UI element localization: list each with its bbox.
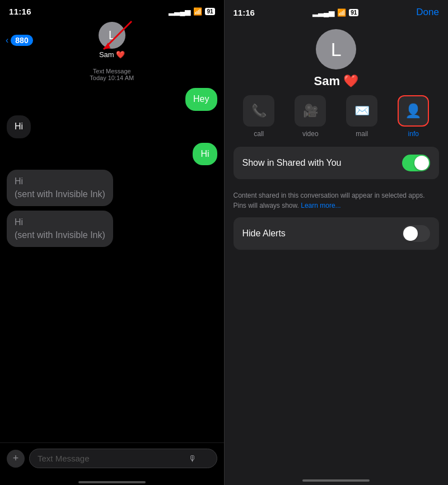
home-indicator-left — [0, 482, 224, 485]
message-row-invisible1: Hi(sent with Invisible Ink) — [7, 170, 217, 206]
back-button[interactable]: ‹ 880 — [6, 35, 33, 46]
hide-alerts-label: Hide Alerts — [242, 228, 286, 239]
mail-label: mail — [356, 130, 368, 138]
status-icons-left: ▂▃▄▅ 📶 91 — [169, 7, 214, 16]
call-icon-box: 📞 — [243, 95, 274, 127]
action-buttons-row: 📞 call 🎥 video ✉️ mail 👤 info — [225, 95, 449, 147]
video-label: video — [302, 130, 319, 138]
bubble-invisible2: Hi(sent with Invisible Ink) — [7, 211, 113, 247]
back-count[interactable]: 880 — [11, 35, 32, 46]
status-icons-right: ▂▃▄▅ 📶 91 — [312, 8, 358, 17]
nav-bar-left: ‹ 880 L Sam ❤️ — [0, 18, 224, 61]
video-icon-box: 🎥 — [295, 95, 326, 127]
home-bar-left — [78, 481, 146, 483]
signal-icon-right: ▂▃▄▅ — [312, 8, 334, 17]
home-indicator-right — [225, 479, 449, 482]
mail-icon: ✉️ — [354, 104, 370, 118]
timestamp-label: Text Message Today 10:14 AM — [7, 68, 217, 81]
left-panel: 11:16 ▂▃▄▅ 📶 91 ‹ 880 L Sam ❤️ — [0, 0, 224, 485]
avatar-small[interactable]: L — [99, 22, 125, 49]
message-row-hey: Hey — [7, 88, 217, 111]
bubble-invisible1: Hi(sent with Invisible Ink) — [7, 170, 113, 206]
info-icon-box: 👤 — [398, 95, 429, 127]
battery-badge-right: 91 — [349, 9, 358, 16]
call-button[interactable]: 📞 call — [236, 95, 281, 138]
battery-badge-left: 91 — [205, 8, 214, 15]
add-button[interactable]: + — [7, 450, 25, 468]
shared-with-you-label: Show in Shared with You — [242, 158, 342, 168]
hide-alerts-row: Hide Alerts — [234, 217, 440, 250]
mail-icon-box: ✉️ — [346, 95, 377, 127]
info-button[interactable]: 👤 info — [391, 95, 436, 138]
input-area: + Text Message 🎙 — [0, 442, 224, 482]
message-area: Text Message Today 10:14 AM Hey Hi Hi Hi… — [0, 61, 224, 442]
toggle-knob-alerts — [403, 226, 418, 241]
toggle-knob-shared — [414, 156, 429, 170]
right-panel: 11:16 ▂▃▄▅ 📶 91 Done L Sam ❤️ 📞 call 🎥 — [225, 0, 449, 485]
heart-emoji-small: ❤️ — [116, 50, 125, 59]
wifi-icon-right: 📶 — [337, 8, 346, 17]
settings-section-alerts: Hide Alerts — [234, 217, 440, 250]
learn-more-link[interactable]: Learn more... — [301, 202, 340, 209]
done-button[interactable]: Done — [416, 7, 439, 18]
call-label: call — [254, 130, 264, 138]
bubble-hey: Hey — [185, 88, 217, 111]
video-button[interactable]: 🎥 video — [288, 95, 333, 138]
time-right: 11:16 — [234, 8, 255, 17]
time-left: 11:16 — [9, 7, 31, 16]
message-row-hi2: Hi — [7, 143, 217, 166]
message-row-hi1: Hi — [7, 115, 217, 138]
call-icon: 📞 — [251, 104, 267, 118]
heart-emoji-large: ❤️ — [343, 74, 358, 88]
video-icon: 🎥 — [303, 104, 318, 118]
info-label: info — [408, 130, 419, 138]
contact-name-small: Sam ❤️ — [99, 50, 125, 59]
contact-name-large: Sam ❤️ — [314, 74, 358, 88]
avatar-large: L — [316, 29, 356, 69]
shared-with-you-toggle[interactable] — [402, 155, 430, 171]
message-row-invisible2: Hi(sent with Invisible Ink) — [7, 211, 217, 247]
chevron-left-icon: ‹ — [6, 35, 8, 45]
hide-alerts-toggle[interactable] — [402, 225, 430, 242]
info-person-icon: 👤 — [405, 103, 422, 119]
signal-icon: ▂▃▄▅ — [169, 7, 190, 16]
settings-section-shared: Show in Shared with You — [234, 147, 440, 179]
shared-description: Content shared in this conversation will… — [225, 186, 449, 217]
message-input[interactable]: Text Message 🎙 — [29, 449, 217, 468]
contact-header[interactable]: L Sam ❤️ — [99, 22, 125, 59]
contact-detail: L Sam ❤️ — [225, 20, 449, 95]
wifi-icon: 📶 — [193, 7, 202, 16]
status-bar-right: 11:16 ▂▃▄▅ 📶 91 Done — [225, 0, 449, 20]
input-placeholder: Text Message — [38, 454, 90, 463]
bubble-hi2: Hi — [193, 143, 217, 166]
shared-with-you-row: Show in Shared with You — [234, 147, 440, 179]
status-bar-left: 11:16 ▂▃▄▅ 📶 91 — [0, 0, 224, 18]
mail-button[interactable]: ✉️ mail — [339, 95, 384, 138]
mic-icon: 🎙 — [188, 454, 197, 463]
home-bar-right — [302, 479, 370, 482]
bubble-hi1: Hi — [7, 115, 31, 138]
